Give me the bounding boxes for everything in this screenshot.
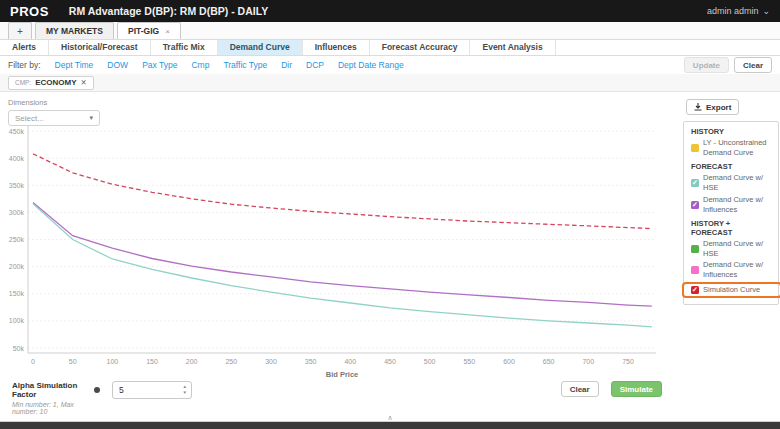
alpha-factor-value: 5 <box>113 382 191 399</box>
workspace-tab-pit-gig[interactable]: PIT-GIG× <box>117 22 181 39</box>
legend-item-simulation-curve[interactable]: ✓Simulation Curve <box>682 282 780 298</box>
bottom-bar <box>0 421 780 429</box>
legend-section-history: HISTORY <box>691 127 771 136</box>
checkbox-checked-icon[interactable]: ✓ <box>691 286 699 294</box>
x-axis-tick-label: 250 <box>225 358 237 365</box>
module-tabs: AlertsHistorical/ForecastTraffic MixDema… <box>0 40 780 56</box>
x-axis-tick-label: 300 <box>265 358 277 365</box>
tab-traffic-mix[interactable]: Traffic Mix <box>151 40 218 55</box>
filter-link-dow[interactable]: DOW <box>107 60 128 70</box>
legend-item-label: Demand Curve w/ HSE <box>703 173 771 193</box>
legend-item-label: Simulation Curve <box>703 285 760 295</box>
add-market-tab-button[interactable]: + <box>8 22 32 39</box>
clear-filters-button[interactable]: Clear <box>734 57 772 73</box>
demand-curve-w-hse-forecast-line <box>33 204 652 327</box>
active-filter-chips: CMP:ECONOMY✕ <box>0 74 780 92</box>
chevron-down-icon: ▾ <box>89 114 93 122</box>
tab-label: PIT-GIG <box>128 26 159 36</box>
legend-item-demand-curve-w-hse[interactable]: ✓Demand Curve w/ HSE <box>691 173 771 193</box>
filter-link-dir[interactable]: Dir <box>281 60 292 70</box>
close-tab-icon[interactable]: × <box>165 27 170 36</box>
top-header: PROS RM Advantage D(BP): RM D(BP) - DAIL… <box>0 0 780 22</box>
filter-link-cmp[interactable]: Cmp <box>191 60 209 70</box>
tab-event-analysis[interactable]: Event Analysis <box>470 40 555 55</box>
filter-actions: Update Clear <box>684 57 772 73</box>
chip-value: ECONOMY <box>35 78 76 87</box>
x-axis-tick-label: 700 <box>582 358 594 365</box>
x-axis-tick-label: 350 <box>305 358 317 365</box>
user-menu[interactable]: admin admin ⌄ <box>707 6 770 16</box>
tab-influences[interactable]: Influences <box>303 40 370 55</box>
workspace-tabstrip: + MY MARKETSPIT-GIG× <box>0 22 780 40</box>
clear-simulation-button[interactable]: Clear <box>561 381 599 397</box>
tab-historical-forecast[interactable]: Historical/Forecast <box>49 40 151 55</box>
legend-item-ly-unconstrained-demand-curve[interactable]: LY - Unconstrained Demand Curve <box>691 138 771 158</box>
y-axis-tick-label: 400k <box>9 155 25 162</box>
workspace-tabs: MY MARKETSPIT-GIG× <box>35 22 181 39</box>
tab-demand-curve[interactable]: Demand Curve <box>218 40 303 55</box>
y-axis-tick-label: 200k <box>9 263 25 270</box>
x-axis-tick-label: 650 <box>543 358 555 365</box>
alpha-factor-label: Alpha Simulation Factor <box>12 381 100 399</box>
alpha-factor-input[interactable]: 5 ▲ ▼ <box>112 381 192 399</box>
filter-link-pax-type[interactable]: Pax Type <box>142 60 177 70</box>
x-axis-tick-label: 600 <box>503 358 515 365</box>
demand-curve-w-influences-forecast-line <box>33 203 652 307</box>
export-icon <box>694 103 702 111</box>
x-axis-tick-label: 150 <box>146 358 158 365</box>
legend-item-demand-curve-w-influences[interactable]: Demand Curve w/ Influences <box>691 260 771 280</box>
remove-chip-icon[interactable]: ✕ <box>81 78 87 87</box>
chart-legend-panel: HISTORYLY - Unconstrained Demand CurveFO… <box>683 121 779 305</box>
info-icon <box>94 387 100 393</box>
dimensions-label: Dimensions <box>8 98 100 107</box>
stepper-down-icon[interactable]: ▼ <box>183 391 187 396</box>
x-axis-tick-label: 100 <box>106 358 118 365</box>
export-label: Export <box>706 103 731 112</box>
x-axis-tick-label: 550 <box>463 358 475 365</box>
page-title: RM Advantage D(BP): RM D(BP) - DAILY <box>69 5 268 17</box>
filter-chip-economy: CMP:ECONOMY✕ <box>8 76 94 90</box>
alpha-factor-hint: Min number: 1, Max number: 10 <box>12 401 100 415</box>
workspace-tab-my-markets[interactable]: MY MARKETS <box>35 22 114 39</box>
y-axis-tick-label: 350k <box>9 182 25 189</box>
legend-swatch-icon[interactable] <box>691 144 699 152</box>
filter-link-dept-time[interactable]: Dept Time <box>55 60 94 70</box>
filter-bar: Filter by: Dept TimeDOWPax TypeCmpTraffi… <box>0 56 780 74</box>
legend-item-label: LY - Unconstrained Demand Curve <box>703 138 771 158</box>
filter-link-dcp[interactable]: DCP <box>306 60 324 70</box>
filter-by-label: Filter by: <box>8 60 41 70</box>
export-button[interactable]: Export <box>686 99 739 115</box>
x-axis-tick-label: 400 <box>344 358 356 365</box>
filter-link-dept-date-range[interactable]: Dept Date Range <box>338 60 404 70</box>
legend-swatch-icon[interactable] <box>691 266 699 274</box>
legend-section-history-forecast: HISTORY + FORECAST <box>691 219 771 237</box>
legend-swatch-icon[interactable] <box>691 245 699 253</box>
legend-item-demand-curve-w-influences[interactable]: ✓Demand Curve w/ Influences <box>691 195 771 215</box>
alpha-factor-block: Alpha Simulation Factor Min number: 1, M… <box>12 381 100 415</box>
update-button[interactable]: Update <box>684 57 729 73</box>
main-content: Dimensions Select... ▾ Export 450k400k35… <box>0 92 780 421</box>
x-axis-tick-label: 200 <box>186 358 198 365</box>
x-axis-tick-label: 0 <box>31 358 35 365</box>
filter-links: Dept TimeDOWPax TypeCmpTraffic TypeDirDC… <box>41 60 404 70</box>
simulation-curve-line <box>33 154 652 229</box>
tab-forecast-accuracy[interactable]: Forecast Accuracy <box>370 40 471 55</box>
y-axis-tick-label: 150k <box>9 290 25 297</box>
tab-alerts[interactable]: Alerts <box>0 40 49 55</box>
y-axis-tick-label: 250k <box>9 236 25 243</box>
stepper-up-icon[interactable]: ▲ <box>183 385 187 390</box>
y-axis-tick-label: 450k <box>9 128 25 135</box>
legend-item-label: Demand Curve w/ Influences <box>703 195 771 215</box>
checkbox-checked-icon[interactable]: ✓ <box>691 201 699 209</box>
checkbox-checked-icon[interactable]: ✓ <box>691 179 699 187</box>
legend-item-demand-curve-w-hse[interactable]: Demand Curve w/ HSE <box>691 239 771 259</box>
legend-section-forecast: FORECAST <box>691 162 771 171</box>
y-axis-tick-label: 50k <box>13 345 25 352</box>
y-axis-tick-label: 300k <box>9 209 25 216</box>
alpha-factor-stepper: ▲ ▼ <box>183 382 187 398</box>
simulate-button[interactable]: Simulate <box>611 381 662 397</box>
filter-link-traffic-type[interactable]: Traffic Type <box>223 60 267 70</box>
x-axis-tick-label: 500 <box>424 358 436 365</box>
pros-logo: PROS <box>10 4 49 19</box>
tab-label: MY MARKETS <box>46 26 103 36</box>
